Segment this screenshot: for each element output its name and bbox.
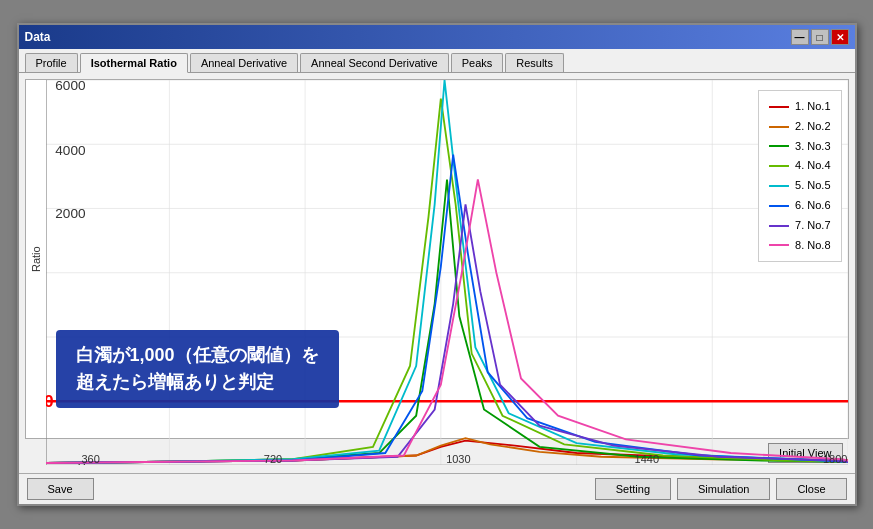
legend-item-8: 8. No.8 xyxy=(769,236,830,256)
annotation-line2: 超えたら増幅ありと判定 xyxy=(76,369,319,396)
footer: Save Setting Simulation Close xyxy=(19,473,855,504)
chart-area: Ratio xyxy=(25,79,849,439)
tab-profile[interactable]: Profile xyxy=(25,53,78,72)
legend-color-3 xyxy=(769,145,789,147)
title-bar: Data — □ ✕ xyxy=(19,25,855,49)
legend-color-2 xyxy=(769,126,789,128)
legend-color-6 xyxy=(769,205,789,207)
legend-label-2: 2. No.2 xyxy=(795,117,830,137)
legend-item-6: 6. No.6 xyxy=(769,196,830,216)
x-tick-1030: 1030 xyxy=(446,453,470,465)
legend-color-4 xyxy=(769,165,789,167)
chart-legend: 1. No.1 2. No.2 3. No.3 4. No.4 5. No.5 xyxy=(758,90,841,262)
annotation-line1: 白濁が1,000（任意の閾値）を xyxy=(76,342,319,369)
content-area: Ratio xyxy=(19,73,855,473)
tab-isothermal-ratio[interactable]: Isothermal Ratio xyxy=(80,53,188,73)
legend-label-1: 1. No.1 xyxy=(795,97,830,117)
close-button[interactable]: Close xyxy=(776,478,846,500)
x-tick-1800: 1800 xyxy=(823,453,847,465)
legend-label-6: 6. No.6 xyxy=(795,196,830,216)
tab-anneal-second-derivative[interactable]: Anneal Second Derivative xyxy=(300,53,449,72)
footer-right-buttons: Setting Simulation Close xyxy=(595,478,847,500)
main-window: Data — □ ✕ Profile Isothermal Ratio Anne… xyxy=(17,23,857,506)
svg-text:1000: 1000 xyxy=(46,391,54,411)
tab-anneal-derivative[interactable]: Anneal Derivative xyxy=(190,53,298,72)
tab-bar: Profile Isothermal Ratio Anneal Derivati… xyxy=(19,49,855,73)
window-title: Data xyxy=(25,30,51,44)
y-axis-label: Ratio xyxy=(26,80,46,438)
legend-item-1: 1. No.1 xyxy=(769,97,830,117)
svg-text:2000: 2000 xyxy=(55,206,86,221)
legend-label-5: 5. No.5 xyxy=(795,176,830,196)
legend-item-3: 3. No.3 xyxy=(769,137,830,157)
simulation-button[interactable]: Simulation xyxy=(677,478,770,500)
legend-item-4: 4. No.4 xyxy=(769,156,830,176)
legend-label-7: 7. No.7 xyxy=(795,216,830,236)
svg-text:6000: 6000 xyxy=(55,80,86,93)
legend-label-3: 3. No.3 xyxy=(795,137,830,157)
x-tick-360: 360 xyxy=(82,453,100,465)
x-axis-labels: 360 720 1030 1440 1800 xyxy=(46,452,848,465)
legend-color-7 xyxy=(769,225,789,227)
minimize-button[interactable]: — xyxy=(791,29,809,45)
maximize-button[interactable]: □ xyxy=(811,29,829,45)
setting-button[interactable]: Setting xyxy=(595,478,671,500)
tab-results[interactable]: Results xyxy=(505,53,564,72)
legend-color-1 xyxy=(769,106,789,108)
title-bar-controls: — □ ✕ xyxy=(791,29,849,45)
legend-color-5 xyxy=(769,185,789,187)
close-window-button[interactable]: ✕ xyxy=(831,29,849,45)
legend-item-5: 5. No.5 xyxy=(769,176,830,196)
legend-item-7: 7. No.7 xyxy=(769,216,830,236)
svg-text:4000: 4000 xyxy=(55,143,86,158)
x-tick-720: 720 xyxy=(264,453,282,465)
x-tick-1440: 1440 xyxy=(635,453,659,465)
legend-color-8 xyxy=(769,244,789,246)
legend-item-2: 2. No.2 xyxy=(769,117,830,137)
annotation-box: 白濁が1,000（任意の閾値）を 超えたら増幅ありと判定 xyxy=(56,330,339,408)
legend-label-8: 8. No.8 xyxy=(795,236,830,256)
legend-label-4: 4. No.4 xyxy=(795,156,830,176)
tab-peaks[interactable]: Peaks xyxy=(451,53,504,72)
save-button[interactable]: Save xyxy=(27,478,94,500)
